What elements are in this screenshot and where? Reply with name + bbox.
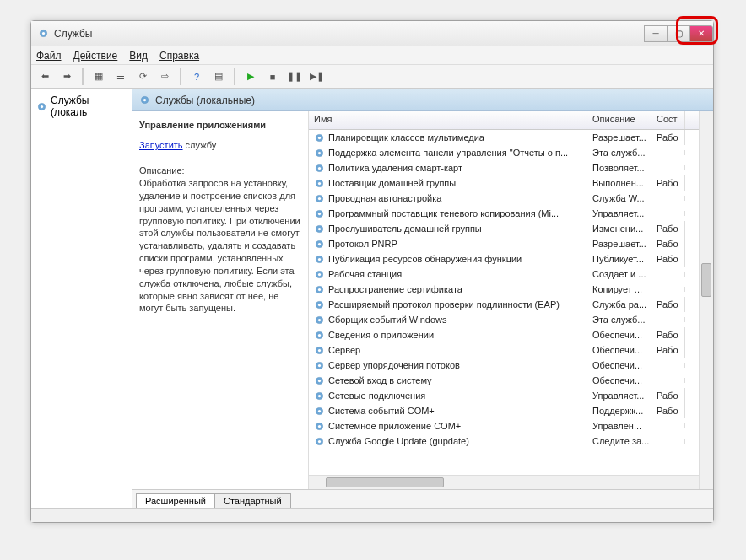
titlebar[interactable]: Службы ─ ▢ ✕	[31, 21, 713, 46]
service-name: Проводная автонастройка	[328, 193, 441, 203]
service-desc: Управляет...	[587, 206, 651, 221]
tab-standard[interactable]: Стандартный	[214, 493, 291, 508]
refresh-icon[interactable]: ⟳	[134, 68, 151, 85]
gear-icon	[314, 132, 325, 143]
stop-service-icon[interactable]: ■	[264, 68, 281, 85]
gear-icon	[314, 421, 325, 432]
service-row[interactable]: Протокол PNRPРазрешает...Рабо	[309, 236, 699, 251]
service-row[interactable]: СерверОбеспечи...Рабо	[309, 342, 699, 358]
service-desc: Создает и ...	[587, 267, 651, 282]
service-row[interactable]: Проводная автонастройкаСлужба W...	[309, 191, 699, 206]
service-row[interactable]: Сборщик событий WindowsЭта служб...	[309, 312, 699, 327]
gear-icon	[314, 284, 325, 295]
services-list: Имя Описание Сост Планировщик классов му…	[308, 111, 699, 489]
gear-icon	[314, 345, 325, 356]
service-row[interactable]: Распространение сертификатаКопирует ...	[309, 282, 699, 297]
service-status: Рабо	[651, 175, 685, 191]
service-row[interactable]: Служба Google Update (gupdate)Следите за…	[309, 433, 699, 449]
show-hide-tree-icon[interactable]: ▦	[90, 68, 107, 85]
detail-pane: Управление приложениями Запустить службу…	[132, 111, 308, 489]
service-status	[651, 287, 685, 292]
service-status	[651, 211, 685, 216]
start-suffix: службу	[183, 140, 217, 150]
service-row[interactable]: Программный поставщик теневого копирован…	[309, 206, 699, 221]
gear-icon	[314, 148, 325, 159]
menu-view[interactable]: Вид	[129, 50, 148, 62]
service-name: Сетевые подключения	[328, 390, 425, 401]
tab-extended[interactable]: Расширенный	[136, 493, 215, 508]
service-row[interactable]: Политика удаления смарт-картПозволяет...	[309, 160, 699, 175]
service-name: Планировщик классов мультимедиа	[328, 132, 484, 143]
vertical-scrollbar[interactable]	[699, 111, 713, 489]
service-row[interactable]: Сервер упорядочения потоковОбеспечи...	[309, 358, 699, 373]
properties-icon[interactable]: ☰	[112, 68, 129, 85]
service-name-heading: Управление приложениями	[139, 120, 301, 130]
service-row[interactable]: Публикация ресурсов обнаружения функцииП…	[309, 251, 699, 267]
service-name: Сетевой вход в систему	[328, 375, 432, 385]
service-desc: Позволяет...	[587, 160, 651, 175]
service-row[interactable]: Прослушиватель домашней группыИзменени..…	[309, 221, 699, 236]
menu-action[interactable]: Действие	[73, 50, 118, 62]
gear-icon	[314, 375, 325, 386]
service-row[interactable]: Планировщик классов мультимедиаРазрешает…	[309, 130, 699, 145]
help-icon[interactable]: ?	[188, 68, 205, 85]
minimize-button[interactable]: ─	[644, 25, 668, 42]
service-status: Рабо	[651, 342, 685, 358]
maximize-button[interactable]: ▢	[667, 25, 690, 42]
service-name: Системное приложение COM+	[328, 421, 461, 431]
scrollbar-thumb[interactable]	[701, 263, 711, 297]
service-desc: Служба ра...	[587, 297, 651, 312]
service-status: Рабо	[651, 327, 685, 342]
menu-file[interactable]: Файл	[36, 50, 62, 62]
service-desc: Управлен...	[587, 418, 651, 433]
main-body: Управление приложениями Запустить службу…	[132, 111, 713, 489]
gear-icon	[314, 390, 325, 401]
service-status: Рабо	[651, 236, 685, 251]
service-status: Рабо	[651, 221, 685, 236]
tree-root-item[interactable]: Службы (локаль	[35, 93, 128, 120]
service-status: Рабо	[651, 403, 685, 418]
service-status: Рабо	[651, 297, 685, 312]
service-row[interactable]: Поддержка элемента панели управления "От…	[309, 145, 699, 160]
close-button[interactable]: ✕	[689, 25, 713, 42]
gear-icon	[314, 239, 325, 250]
column-description[interactable]: Описание	[587, 111, 651, 129]
service-name: Сервер упорядочения потоков	[328, 360, 460, 370]
service-row[interactable]: Рабочая станцияСоздает и ...	[309, 267, 699, 282]
description-label: Описание:	[139, 165, 301, 175]
tree-pane: Службы (локаль	[31, 89, 132, 508]
service-row[interactable]: Поставщик домашней группыВыполнен...Рабо	[309, 175, 699, 191]
horizontal-scrollbar[interactable]	[309, 475, 699, 489]
tree-horizontal-scrollbar[interactable]	[31, 508, 713, 522]
service-name: Распространение сертификата	[328, 284, 462, 294]
service-row[interactable]: Сетевые подключенияУправляет...Рабо	[309, 388, 699, 403]
gear-icon	[36, 101, 47, 112]
export-icon[interactable]: ⇨	[156, 68, 173, 85]
column-status[interactable]: Сост	[651, 111, 685, 129]
service-status	[651, 150, 685, 155]
service-name: Расширяемый протокол проверки подлинност…	[328, 299, 560, 310]
gear-icon	[314, 330, 325, 341]
forward-icon[interactable]: ➡	[58, 68, 75, 85]
service-row[interactable]: Сведения о приложенииОбеспечи...Рабо	[309, 327, 699, 342]
context-help-icon[interactable]: ▤	[210, 68, 227, 85]
service-name: Поддержка элемента панели управления "От…	[328, 148, 568, 158]
back-icon[interactable]: ⬅	[36, 68, 53, 85]
gear-icon	[314, 436, 325, 447]
restart-service-icon[interactable]: ▶❚	[308, 68, 325, 85]
service-row[interactable]: Система событий COM+Поддержк...Рабо	[309, 403, 699, 418]
service-row[interactable]: Расширяемый протокол проверки подлинност…	[309, 297, 699, 312]
service-row[interactable]: Системное приложение COM+Управлен...	[309, 418, 699, 433]
gear-icon	[314, 269, 325, 280]
service-status: Рабо	[651, 130, 685, 145]
menu-help[interactable]: Справка	[159, 50, 199, 62]
start-service-link[interactable]: Запустить	[139, 140, 183, 150]
separator	[180, 68, 181, 85]
window-controls: ─ ▢ ✕	[645, 25, 713, 42]
service-row[interactable]: Сетевой вход в системуОбеспечи...	[309, 373, 699, 388]
column-name[interactable]: Имя	[309, 111, 587, 129]
pause-service-icon[interactable]: ❚❚	[286, 68, 303, 85]
gear-icon	[314, 299, 325, 310]
scrollbar-thumb[interactable]	[326, 477, 444, 487]
start-service-icon[interactable]: ▶	[242, 68, 259, 85]
